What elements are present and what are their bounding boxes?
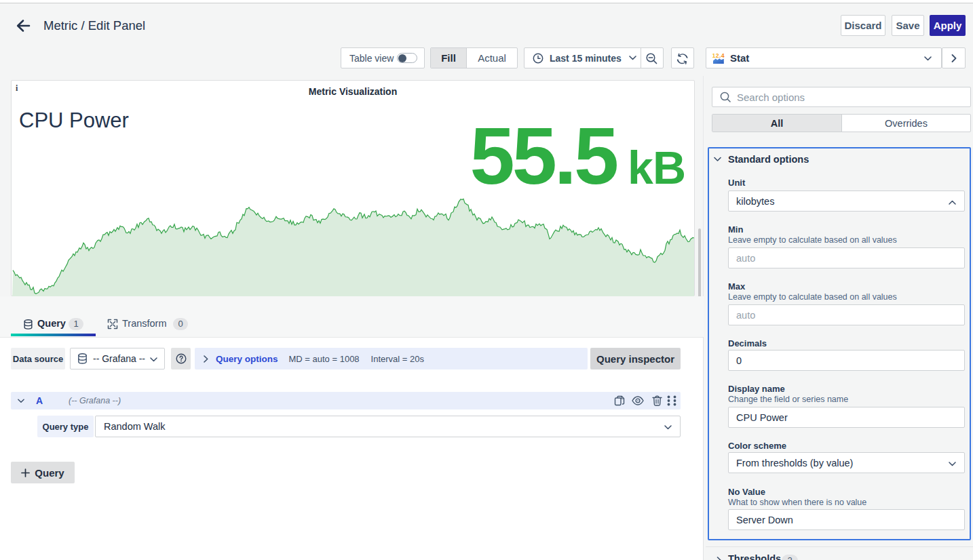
- svg-text:12.4: 12.4: [712, 52, 725, 59]
